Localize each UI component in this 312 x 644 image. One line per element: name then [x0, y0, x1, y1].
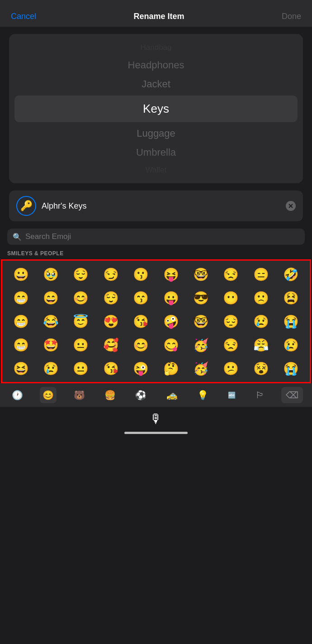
- emoji-search-bar: 🔍: [7, 229, 305, 245]
- animal-tab-icon[interactable]: 🐻: [71, 387, 88, 403]
- emoji-cell[interactable]: 🤩: [36, 333, 66, 357]
- emoji-cell[interactable]: 😏: [96, 262, 126, 286]
- emoji-cell[interactable]: 🤪: [156, 310, 186, 333]
- cancel-button[interactable]: Cancel: [11, 12, 36, 21]
- emoji-cell[interactable]: 🙁: [246, 286, 276, 310]
- page-title: Rename Item: [133, 12, 184, 21]
- emoji-cell[interactable]: 🤣: [276, 262, 306, 286]
- emoji-cell[interactable]: 😆: [6, 357, 36, 380]
- emoji-cell[interactable]: 😁: [6, 333, 36, 357]
- clear-input-button[interactable]: [286, 201, 296, 211]
- picker-item-wallet[interactable]: Wallet: [9, 162, 303, 178]
- symbols-tab-icon[interactable]: 🔤: [225, 389, 238, 401]
- emoji-cell[interactable]: 😂: [36, 310, 66, 333]
- emoji-keyboard: 🔍 SMILEYS & PEOPLE 😀 🥹 😌 😏 😗 😝 🤓 😒 😑 🤣 😁…: [0, 229, 312, 407]
- emoji-cell[interactable]: 😋: [156, 333, 186, 357]
- emoji-cell[interactable]: 😕: [216, 357, 246, 380]
- emoji-cell[interactable]: 😭: [276, 357, 306, 380]
- emoji-cell[interactable]: 😭: [276, 310, 306, 333]
- emoji-cell[interactable]: 🥳: [186, 357, 216, 380]
- emoji-cell[interactable]: 😄: [36, 286, 66, 310]
- emoji-cell[interactable]: 🤔: [156, 357, 186, 380]
- emoji-cell[interactable]: 😍: [96, 310, 126, 333]
- done-button[interactable]: Done: [282, 12, 301, 21]
- picker-item-keys[interactable]: Keys: [14, 95, 298, 122]
- microphone-icon[interactable]: 🎙: [150, 411, 162, 426]
- emoji-cell[interactable]: 😒: [216, 333, 246, 357]
- activity-tab-icon[interactable]: ⚽: [132, 387, 149, 403]
- emoji-cell[interactable]: 🤓: [186, 262, 216, 286]
- emoji-search-input[interactable]: [25, 232, 299, 241]
- emoji-cell[interactable]: 🥳: [186, 333, 216, 357]
- mic-row: 🎙: [0, 407, 312, 428]
- emoji-grid: 😀 🥹 😌 😏 😗 😝 🤓 😒 😑 🤣 😁 😄 😊 😌 😙 😛 😎 😶 🙁 😫 …: [2, 261, 310, 382]
- travel-tab-icon[interactable]: 🚕: [164, 387, 180, 403]
- emoji-cell[interactable]: 😛: [156, 286, 186, 310]
- nav-bar: Cancel Rename Item Done: [0, 5, 312, 27]
- emoji-cell[interactable]: 😐: [66, 357, 96, 380]
- emoji-cell[interactable]: 😐: [66, 333, 96, 357]
- emoji-cell[interactable]: 😊: [66, 286, 96, 310]
- item-name-input[interactable]: [42, 201, 280, 211]
- emoji-symbol: 🔑: [20, 200, 33, 212]
- food-tab-icon[interactable]: 🍔: [102, 387, 118, 403]
- status-bar: [0, 0, 312, 5]
- emoji-cell[interactable]: 😁: [6, 310, 36, 333]
- emoji-cell[interactable]: 😗: [126, 262, 156, 286]
- emoji-cell[interactable]: 😝: [156, 262, 186, 286]
- emoji-cell[interactable]: 😙: [126, 286, 156, 310]
- emoji-cell[interactable]: 😌: [96, 286, 126, 310]
- emoji-cell[interactable]: 😫: [276, 286, 306, 310]
- emoji-cell[interactable]: 😎: [186, 286, 216, 310]
- delete-button[interactable]: ⌫: [281, 387, 303, 403]
- smiley-tab-icon[interactable]: 😊: [40, 387, 57, 403]
- emoji-cell[interactable]: 😘: [126, 310, 156, 333]
- picker-item-handbag[interactable]: Handbag: [9, 39, 303, 56]
- emoji-toolbar: 🕐 😊 🐻 🍔 ⚽ 🚕 💡 🔤 🏳 ⌫: [0, 383, 312, 407]
- emoji-cell[interactable]: 😢: [276, 333, 306, 357]
- emoji-cell[interactable]: 😁: [6, 286, 36, 310]
- picker-item-luggage[interactable]: Luggage: [9, 124, 303, 143]
- flags-tab-icon[interactable]: 🏳: [253, 387, 267, 403]
- recent-tab-icon[interactable]: 🕐: [9, 387, 26, 403]
- emoji-cell[interactable]: 😑: [246, 262, 276, 286]
- emoji-cell[interactable]: 😵: [246, 357, 276, 380]
- emoji-cell[interactable]: 😘: [96, 357, 126, 380]
- objects-tab-icon[interactable]: 💡: [194, 387, 211, 403]
- picker-item-umbrella[interactable]: Umbrella: [9, 143, 303, 162]
- emoji-grid-container: 😀 🥹 😌 😏 😗 😝 🤓 😒 😑 🤣 😁 😄 😊 😌 😙 😛 😎 😶 🙁 😫 …: [1, 259, 311, 383]
- item-emoji-icon[interactable]: 🔑: [16, 196, 36, 216]
- emoji-cell[interactable]: 😢: [246, 310, 276, 333]
- emoji-cell[interactable]: 🤓: [186, 310, 216, 333]
- rename-input-row: 🔑: [9, 191, 303, 221]
- emoji-cell[interactable]: 😢: [36, 357, 66, 380]
- emoji-cell[interactable]: 🥹: [36, 262, 66, 286]
- emoji-cell[interactable]: 😌: [66, 262, 96, 286]
- picker-item-headphones[interactable]: Headphones: [9, 56, 303, 75]
- emoji-cell[interactable]: 😒: [216, 262, 246, 286]
- emoji-cell[interactable]: 😊: [126, 333, 156, 357]
- emoji-cell[interactable]: 😶: [216, 286, 246, 310]
- picker-item-jacket[interactable]: Jacket: [9, 75, 303, 94]
- search-icon: 🔍: [13, 233, 22, 241]
- emoji-cell[interactable]: 😇: [66, 310, 96, 333]
- home-bar: [124, 432, 188, 434]
- item-picker[interactable]: Handbag Headphones Jacket Keys Luggage U…: [9, 34, 303, 183]
- emoji-cell[interactable]: 🥰: [96, 333, 126, 357]
- emoji-category-label: SMILEYS & PEOPLE: [0, 248, 312, 259]
- emoji-cell[interactable]: 😀: [6, 262, 36, 286]
- emoji-cell[interactable]: 😜: [126, 357, 156, 380]
- emoji-cell[interactable]: 😔: [216, 310, 246, 333]
- emoji-cell[interactable]: 😤: [246, 333, 276, 357]
- home-indicator: [0, 428, 312, 437]
- picker-list: Handbag Headphones Jacket Keys Luggage U…: [9, 38, 303, 179]
